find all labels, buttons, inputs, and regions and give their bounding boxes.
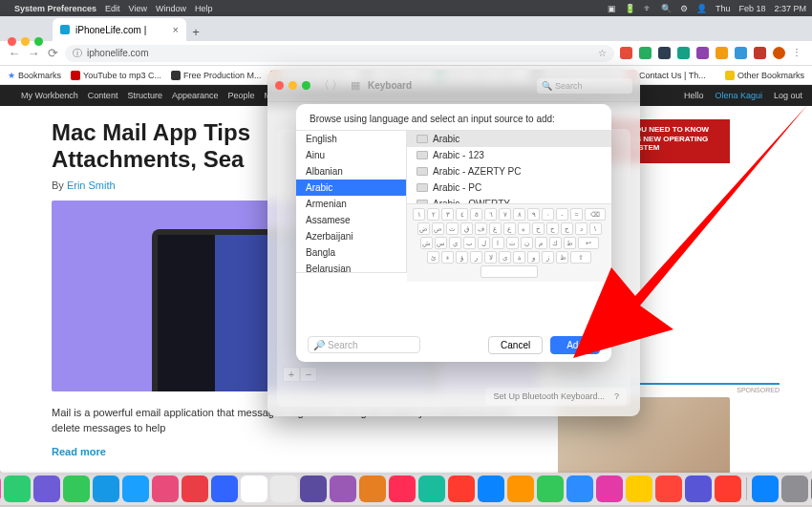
dock-app-icon[interactable] <box>478 475 504 502</box>
dock-app-icon[interactable] <box>33 475 60 502</box>
bookmarks-folder[interactable]: ★Bookmarks <box>8 71 61 80</box>
close-icon[interactable] <box>8 37 16 46</box>
add-button[interactable]: Add <box>550 336 600 354</box>
omnibox[interactable]: ⓘ iphonelife.com ☆ <box>65 45 614 62</box>
dock-app-icon[interactable] <box>300 475 327 502</box>
language-item[interactable]: Assamese <box>296 212 406 228</box>
dock-app-icon[interactable] <box>537 475 564 502</box>
pref-zoom-icon[interactable] <box>302 81 310 90</box>
cancel-button[interactable]: Cancel <box>488 336 543 354</box>
menu-edit[interactable]: Edit <box>105 4 120 13</box>
search-icon[interactable]: 🔍 <box>661 4 672 13</box>
ext-icon[interactable] <box>677 47 690 59</box>
control-center-icon[interactable]: ⚙ <box>680 4 688 13</box>
menu-view[interactable]: View <box>129 4 147 13</box>
language-item[interactable]: Azerbaijani <box>296 228 406 244</box>
ext-icon[interactable] <box>735 47 747 59</box>
app-menu[interactable]: System Preferences <box>14 4 96 13</box>
language-item[interactable]: Armenian <box>296 196 406 212</box>
sheet-search-input[interactable]: 🔎 Search <box>308 336 420 353</box>
reload-button[interactable]: ⟳ <box>46 46 59 60</box>
pref-minimize-icon[interactable] <box>288 81 297 90</box>
dock-app-icon[interactable] <box>566 475 593 502</box>
dock-app-icon[interactable] <box>448 475 475 502</box>
dock-app-icon[interactable] <box>715 475 741 502</box>
dock-app-icon[interactable] <box>418 475 445 502</box>
dock-app-icon[interactable] <box>93 475 119 502</box>
source-item[interactable]: Arabic - AZERTY PC <box>407 163 611 180</box>
dock-app-icon[interactable] <box>596 475 623 502</box>
site-info-icon[interactable]: ⓘ <box>73 47 82 60</box>
menu-help[interactable]: Help <box>195 4 213 13</box>
forward-button[interactable]: → <box>27 46 40 60</box>
dock-app-icon[interactable] <box>626 475 652 502</box>
avatar-icon[interactable] <box>773 47 785 59</box>
dock-app-icon[interactable] <box>182 475 208 502</box>
admin-item[interactable]: My Workbench <box>21 91 78 100</box>
user-icon[interactable]: 👤 <box>696 4 707 13</box>
dock-app-icon[interactable] <box>270 475 297 502</box>
status-icon[interactable]: ▣ <box>608 4 616 13</box>
dock-app-icon[interactable] <box>752 475 779 502</box>
back-button[interactable]: ← <box>8 46 21 60</box>
bookmark-item[interactable]: YouTube to mp3 C... <box>71 71 161 80</box>
dock-app-icon[interactable] <box>63 475 90 502</box>
pref-back-icon[interactable]: 〈 <box>318 77 330 94</box>
other-bookmarks[interactable]: Other Bookmarks <box>725 71 804 80</box>
admin-item[interactable]: People <box>227 91 254 100</box>
language-item[interactable]: Bangla <box>296 244 406 261</box>
dock-app-icon[interactable] <box>152 475 179 502</box>
add-source-button[interactable]: + <box>283 367 300 382</box>
pref-search-input[interactable]: 🔍 Search <box>537 78 632 94</box>
dock-app-icon[interactable] <box>330 475 356 502</box>
username-link[interactable]: Olena Kagui <box>715 91 762 100</box>
language-list[interactable]: EnglishAinuAlbanianArabicArmenianAssames… <box>296 131 407 272</box>
pref-close-icon[interactable] <box>275 81 284 90</box>
ext-icon[interactable] <box>696 47 709 59</box>
show-all-icon[interactable]: ▦ <box>351 79 360 92</box>
chrome-menu-icon[interactable]: ⋮ <box>792 47 804 59</box>
pref-forward-icon[interactable]: 〉 <box>331 77 343 94</box>
minimize-icon[interactable] <box>21 37 30 46</box>
dock-app-icon[interactable] <box>241 475 267 502</box>
help-button[interactable]: ? <box>614 391 619 401</box>
dock-app-icon[interactable] <box>507 475 534 502</box>
dock-app-icon[interactable] <box>359 475 386 502</box>
source-list[interactable]: ArabicArabic - 123Arabic - AZERTY PCArab… <box>407 131 611 203</box>
tab-close-icon[interactable]: × <box>173 24 179 35</box>
dock-app-icon[interactable] <box>389 475 416 502</box>
language-item[interactable]: Ainu <box>296 147 406 163</box>
menu-window[interactable]: Window <box>156 4 186 13</box>
bookmark-star-icon[interactable]: ☆ <box>598 48 607 58</box>
battery-icon[interactable]: 🔋 <box>625 4 635 13</box>
admin-item[interactable]: Content <box>88 91 118 100</box>
source-item[interactable]: Arabic - 123 <box>407 147 611 163</box>
language-item[interactable]: English <box>296 131 406 147</box>
author-link[interactable]: Erin Smith <box>67 180 116 191</box>
zoom-icon[interactable] <box>34 37 43 46</box>
wifi-icon[interactable]: ᯤ <box>644 4 652 13</box>
source-item[interactable]: Arabic <box>407 131 611 147</box>
language-item[interactable]: Albanian <box>296 163 406 180</box>
dock-app-icon[interactable] <box>211 475 238 502</box>
source-item[interactable]: Arabic - QWERTY <box>407 196 611 203</box>
bluetooth-keyboard-button[interactable]: Set Up Bluetooth Keyboard... <box>493 391 605 401</box>
dock-app-icon[interactable] <box>781 475 808 502</box>
admin-item[interactable]: Appearance <box>172 91 219 100</box>
bookmark-item[interactable]: Free Production M... <box>171 71 262 80</box>
dock-app-icon[interactable] <box>0 475 1 502</box>
ext-icon[interactable] <box>754 47 766 59</box>
language-item[interactable]: Belarusian <box>296 261 406 272</box>
logout-link[interactable]: Log out <box>774 91 802 100</box>
dock-app-icon[interactable] <box>122 475 149 502</box>
clock-day[interactable]: Thu <box>716 4 731 13</box>
ext-icon[interactable] <box>716 47 728 59</box>
language-item[interactable]: Arabic <box>296 180 406 196</box>
read-more-link[interactable]: Read more <box>52 446 539 457</box>
admin-item[interactable]: Structure <box>127 91 162 100</box>
ext-icon[interactable] <box>639 47 652 59</box>
dock-app-icon[interactable] <box>685 475 712 502</box>
ext-icon[interactable] <box>658 47 671 59</box>
remove-source-button[interactable]: − <box>300 367 317 382</box>
ext-icon[interactable] <box>620 47 632 59</box>
